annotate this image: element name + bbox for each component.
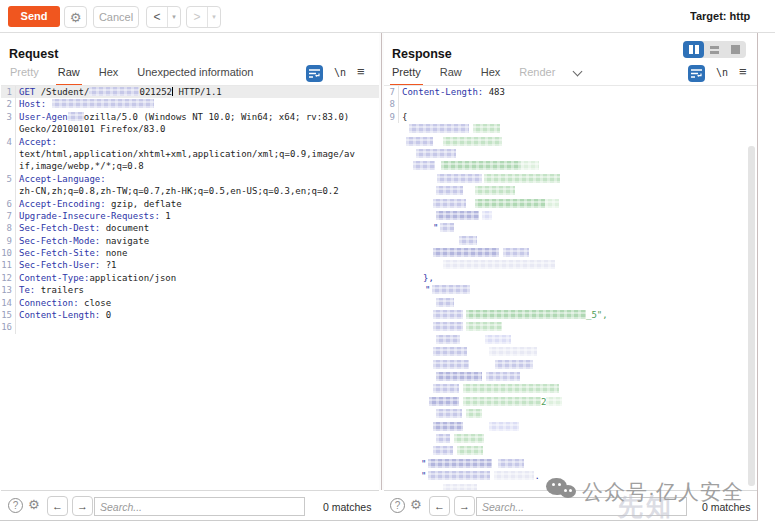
help-icon[interactable]: ? bbox=[390, 498, 405, 513]
search-settings-icon[interactable]: ⚙ bbox=[410, 497, 422, 512]
redacted-text bbox=[545, 199, 559, 208]
code-line: zh-CN,zh;q=0.8,zh-TW;q=0.7,zh-HK;q=0.5,e… bbox=[1, 185, 379, 197]
line-number bbox=[1, 185, 16, 197]
redacted-text bbox=[436, 186, 463, 195]
redacted-line bbox=[384, 136, 757, 148]
redacted-text bbox=[409, 124, 469, 133]
header-name: Sec-Fetch-Site: bbox=[19, 248, 100, 258]
redacted-line bbox=[384, 160, 757, 172]
code-line: 2Host: bbox=[1, 98, 379, 110]
line-content: Sec-Fetch-Site: none bbox=[16, 247, 127, 259]
redacted-text bbox=[466, 322, 502, 331]
search-input[interactable] bbox=[94, 497, 305, 516]
back-arrow-button[interactable]: < bbox=[147, 7, 167, 27]
line-content: Gecko/20100101 Firefox/83.0 bbox=[16, 123, 165, 135]
request-search-bar: ? ⚙ ← → 0 matches bbox=[1, 490, 379, 520]
request-menu-icon[interactable]: ≡ bbox=[357, 64, 365, 79]
cancel-button[interactable]: Cancel bbox=[93, 6, 139, 28]
request-settings-button[interactable]: ⚙ bbox=[64, 6, 87, 28]
search-next-button[interactable]: → bbox=[454, 496, 475, 516]
tab-pretty[interactable]: Pretty bbox=[392, 66, 421, 85]
search-settings-icon[interactable]: ⚙ bbox=[28, 497, 40, 512]
request-editor[interactable]: 1GET /Student/021252 HTTP/1.12Host: 3Use… bbox=[1, 86, 379, 490]
gear-icon: ⚙ bbox=[70, 10, 82, 25]
redacted-text bbox=[443, 137, 502, 146]
forward-dropdown-button[interactable]: ▾ bbox=[207, 7, 220, 27]
header-value: { bbox=[402, 112, 407, 122]
forward-arrow-button[interactable]: > bbox=[187, 7, 207, 27]
redacted-text bbox=[436, 298, 454, 307]
redacted-text bbox=[436, 211, 479, 220]
request-tabs: PrettyRawHexUnexpected information bbox=[10, 66, 254, 85]
layout-single-button[interactable] bbox=[725, 41, 746, 58]
redacted-line bbox=[384, 321, 757, 333]
redacted-text bbox=[428, 471, 490, 480]
redacted-line bbox=[384, 346, 757, 358]
back-dropdown-button[interactable]: ▾ bbox=[167, 7, 180, 27]
redacted-text bbox=[436, 434, 450, 443]
response-scrollbar[interactable] bbox=[748, 146, 755, 486]
redacted-text bbox=[89, 87, 139, 96]
tab-pretty[interactable]: Pretty bbox=[10, 66, 39, 85]
redacted-text bbox=[521, 161, 539, 170]
help-icon[interactable]: ? bbox=[8, 498, 23, 513]
redacted-line: " bbox=[384, 222, 757, 234]
search-input[interactable] bbox=[476, 497, 687, 516]
redacted-line bbox=[384, 148, 757, 160]
redacted-text bbox=[413, 161, 435, 170]
redacted-line: " bbox=[384, 458, 757, 470]
tab-raw[interactable]: Raw bbox=[58, 66, 80, 85]
spacer bbox=[466, 199, 475, 208]
line-number bbox=[1, 160, 16, 172]
code-line: 8Sec-Fetch-Dest: document bbox=[1, 222, 379, 234]
layout-columns-button[interactable] bbox=[683, 41, 704, 58]
line-number: 5 bbox=[1, 173, 16, 185]
show-newlines-icon[interactable]: \n bbox=[716, 67, 728, 78]
line-content: Sec-Fetch-Mode: navigate bbox=[16, 235, 149, 247]
word-wrap-icon[interactable] bbox=[306, 65, 323, 82]
redacted-text bbox=[463, 384, 559, 393]
code-line: 9{ bbox=[384, 111, 757, 123]
tab-hex[interactable]: Hex bbox=[99, 66, 119, 85]
header-value: /Student/ bbox=[41, 87, 90, 97]
header-value: 1 bbox=[160, 211, 171, 221]
code-line: 7Upgrade-Insecure-Requests: 1 bbox=[1, 210, 379, 222]
redacted-text bbox=[489, 347, 537, 356]
match-count-label: 0 matches bbox=[323, 501, 371, 513]
render-dropdown-icon[interactable] bbox=[573, 67, 583, 77]
line-content bbox=[16, 321, 19, 333]
redacted-text bbox=[495, 360, 533, 369]
header-name: Content-Length: bbox=[402, 87, 483, 97]
response-panel-title: Response bbox=[392, 47, 452, 61]
redacted-line: _5", bbox=[384, 309, 757, 321]
redacted-text bbox=[489, 422, 519, 431]
redacted-text bbox=[433, 384, 459, 393]
header-value: 0 bbox=[100, 310, 111, 320]
code-line: 4Accept: bbox=[1, 136, 379, 148]
send-button[interactable]: Send bbox=[8, 6, 60, 27]
response-search-bar: ? ⚙ ← → 0 matches bbox=[384, 490, 757, 520]
search-next-button[interactable]: → bbox=[72, 496, 93, 516]
header-value: document bbox=[100, 223, 149, 233]
tab-hex[interactable]: Hex bbox=[481, 66, 501, 85]
code-line: 16 bbox=[1, 321, 379, 333]
code-line: 14Connection: close bbox=[1, 297, 379, 309]
line-number: 4 bbox=[1, 136, 16, 148]
show-newlines-icon[interactable]: \n bbox=[334, 67, 346, 78]
header-value: HTTP/1.1 bbox=[173, 87, 222, 97]
tab-raw[interactable]: Raw bbox=[440, 66, 462, 85]
layout-rows-button[interactable] bbox=[704, 41, 725, 58]
match-count-label: 0 matches bbox=[702, 501, 750, 513]
search-prev-button[interactable]: ← bbox=[429, 496, 450, 516]
redacted-line: ". bbox=[384, 470, 757, 482]
redacted-line bbox=[384, 433, 757, 445]
response-editor[interactable]: 7Content-Length: 48389{"},"_5",2"". bbox=[384, 86, 757, 490]
header-value: ozilla/5.0 (Windows NT 10.0; Win64; x64;… bbox=[84, 112, 350, 122]
response-menu-icon[interactable]: ≡ bbox=[739, 64, 747, 79]
tab-unexpected-information[interactable]: Unexpected information bbox=[137, 66, 253, 85]
redacted-text bbox=[482, 211, 492, 220]
search-prev-button[interactable]: ← bbox=[47, 496, 68, 516]
tab-render[interactable]: Render bbox=[519, 66, 555, 85]
word-wrap-icon[interactable] bbox=[688, 65, 705, 82]
code-line: text/html,application/xhtml+xml,applicat… bbox=[1, 148, 379, 160]
